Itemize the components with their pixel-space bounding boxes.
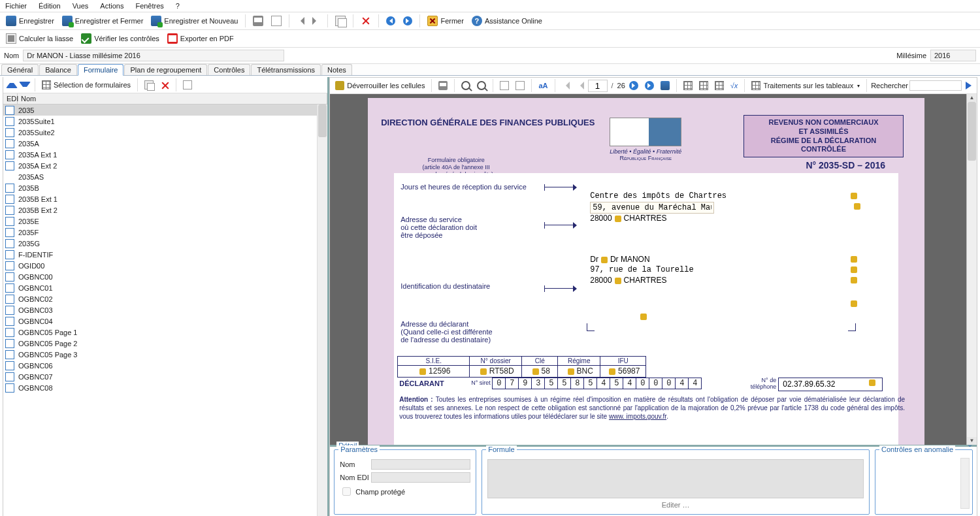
list-item[interactable]: 2035E [3,216,327,227]
list-item[interactable]: 2035AS [3,171,327,182]
save-close-button[interactable]: Enregistrer et Fermer [59,14,147,28]
list-item[interactable]: OGBNC07 [3,371,327,382]
print-preview-button[interactable] [268,14,285,28]
list-item[interactable]: OGBNC01 [3,282,327,293]
select-forms-button[interactable]: Sélection de formulaires [39,79,133,91]
list-item[interactable]: 2035A Ext 2 [3,160,327,171]
list-item[interactable]: 2035Suite1 [3,116,327,127]
list-item[interactable]: OGBNC05 Page 2 [3,338,327,349]
page-input[interactable] [588,80,608,92]
menu-fichier[interactable]: Fichier [5,2,27,10]
list-item[interactable]: 2035B [3,182,327,193]
viewer-btn-2[interactable] [513,80,527,91]
page-prev-button[interactable] [574,80,587,91]
search-go-button[interactable] [963,80,974,91]
editer-button[interactable]: Editer … [487,501,864,509]
list-item[interactable]: OGBNC05 Page 3 [3,349,327,360]
copy-button[interactable] [332,14,349,28]
page-last-button[interactable] [642,80,657,91]
save-button[interactable]: Enregistrer [3,14,57,28]
menu-vues[interactable]: Vues [73,2,89,10]
list-item[interactable]: 2035B Ext 1 [3,193,327,204]
list-delete-button[interactable] [157,79,172,91]
list-item[interactable]: 2035G [3,238,327,249]
controls-scrollbar[interactable] [960,458,970,509]
list-item[interactable]: OGBNC03 [3,304,327,315]
delete-button[interactable] [357,14,374,28]
menu-fenetres[interactable]: Fenêtres [135,2,163,10]
col-nom[interactable]: Nom [18,93,327,104]
tab-tele[interactable]: Télétransmissions [251,64,321,75]
list-scrollbar[interactable] [317,105,327,516]
save-new-button[interactable]: Enregistrer et Nouveau [148,14,241,28]
menu-edition[interactable]: Édition [39,2,61,10]
list-item[interactable]: 2035F [3,227,327,238]
zoom-out-button[interactable] [459,80,473,91]
viewer-save-button[interactable] [658,80,672,91]
addr-input[interactable] [590,202,714,214]
tab-formulaire[interactable]: Formulaire [78,64,124,76]
export-pdf-button[interactable]: Exporter en PDF [164,31,237,46]
tab-notes[interactable]: Notes [321,64,352,75]
font-button[interactable]: aA [536,80,550,91]
tab-general[interactable]: Général [1,64,39,75]
move-up-button[interactable] [6,82,18,88]
close-button[interactable]: Fermer [424,14,466,28]
print-icon [253,16,263,26]
detail-expand-button[interactable]: ⌄ [967,440,973,449]
list-copy-button[interactable] [142,79,156,91]
zoom-in-button[interactable] [474,80,489,91]
form-viewer[interactable]: DIRECTION GÉNÉRALE DES FINANCES PUBLIQUE… [330,94,977,445]
fx-button[interactable]: √x [728,80,741,91]
list-item[interactable]: 2035A Ext 1 [3,149,327,160]
list-item[interactable]: OGBNC00 [3,271,327,282]
unlock-label: Déverrouiller les cellules [347,82,425,89]
tbl-3[interactable] [712,80,727,91]
list-item[interactable]: OGID00 [3,260,327,271]
scroll-thumb[interactable] [968,102,976,161]
table-processing-dropdown[interactable]: Traitements sur les tableaux▾ [749,80,862,91]
list-item[interactable]: OGBNC04 [3,315,327,327]
list-item[interactable]: 2035Suite2 [3,127,327,138]
list-item[interactable]: OGBNC05 Page 1 [3,327,327,338]
lock-icon [851,300,857,307]
list-item[interactable]: 2035A [3,138,327,149]
undo-button[interactable] [293,15,308,27]
list-item[interactable]: 2035 [3,105,327,116]
viewer-scrollbar[interactable]: ▲ ▼ [966,94,977,445]
list-item[interactable]: F-IDENTIF [3,249,327,260]
list-item[interactable]: OGBNC02 [3,293,327,304]
impots-link[interactable]: www. impots.gouv.fr [609,413,666,420]
list-item[interactable]: 2035B Ext 2 [3,204,327,216]
viewer-print-button[interactable] [436,80,450,91]
redo-button[interactable] [309,15,323,27]
list-item[interactable]: OGBNC06 [3,360,327,371]
calc-button[interactable]: Calculer la liasse [3,31,76,46]
assist-button[interactable]: ?Assistance Online [468,14,546,28]
form-list[interactable]: 20352035Suite12035Suite22035A2035A Ext 1… [3,105,327,516]
unlock-cells-button[interactable]: Déverrouiller les cellules [333,80,427,91]
menu-actions[interactable]: Actions [100,2,123,10]
tbl-1[interactable] [681,80,695,91]
nav-prev-button[interactable] [383,14,399,27]
move-down-button[interactable] [19,82,31,88]
tab-controles[interactable]: Contrôles [208,64,250,75]
nav-next-button[interactable] [400,14,416,27]
page-next-button[interactable] [627,80,641,91]
list-doc-button[interactable] [180,79,195,91]
menu-help[interactable]: ? [176,2,180,10]
tel-value[interactable]: 02.37.89.65.32 [778,378,883,391]
list-item[interactable]: OGBNC08 [3,382,327,393]
print-button[interactable] [250,14,267,28]
tbl-2[interactable] [696,80,711,91]
scroll-up-button[interactable]: ▲ [967,94,977,102]
col-edi[interactable]: EDI [3,93,18,104]
tab-plan[interactable]: Plan de regroupement [124,64,207,75]
viewer-btn-1[interactable] [497,80,512,91]
params-legend: Paramètres [338,445,380,453]
tab-balance[interactable]: Balance [39,64,77,75]
pdf-label: Exporter en PDF [180,35,234,42]
verify-button[interactable]: Vérifier les contrôles [78,31,163,46]
search-input[interactable] [909,80,962,91]
page-first-button[interactable] [559,80,572,91]
